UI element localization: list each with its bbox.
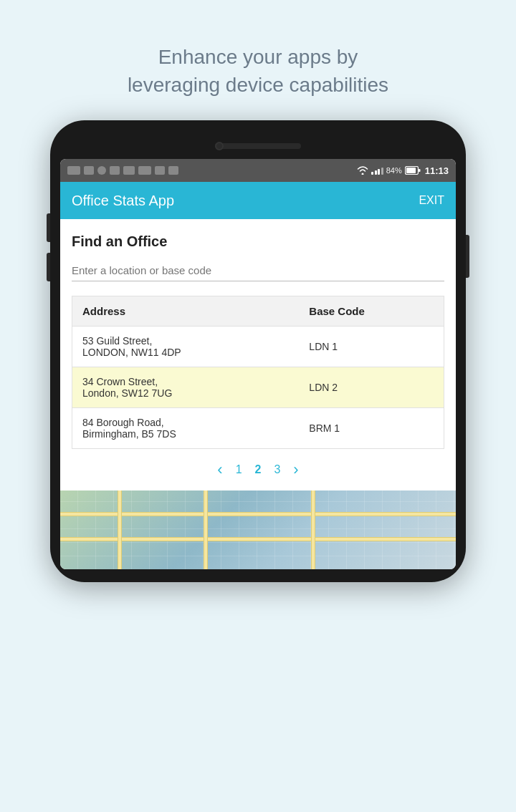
map-road-vertical-2 [204,490,208,569]
page-2-button[interactable]: 2 [255,463,262,476]
basecode-cell: LDN 1 [299,327,444,367]
exit-button[interactable]: EXIT [419,194,444,207]
speaker-grille [215,143,301,149]
basecode-cell: LDN 2 [299,367,444,408]
table-header-row: Address Base Code [72,296,444,327]
app-title: Office Stats App [72,193,174,209]
table-row[interactable]: 84 Borough Road, Birmingham, B5 7DSBRM 1 [72,408,444,449]
basecode-column-header: Base Code [299,296,444,327]
page-1-button[interactable]: 1 [236,463,242,476]
svg-rect-1 [406,168,416,173]
notification-icon-5 [123,166,135,175]
front-camera [215,142,224,150]
office-table: Address Base Code 53 Guild Street, LONDO… [72,296,444,449]
table-row[interactable]: 53 Guild Street, LONDON, NW11 4DPLDN 1 [72,327,444,367]
phone-top [60,133,456,159]
notification-icon-7 [155,166,165,175]
map-area [60,490,456,569]
wifi-icon [357,166,368,175]
notification-icon-3 [97,166,106,175]
battery-icon [405,166,421,175]
app-content: Find an Office Address Base Code 53 Guil… [60,219,456,490]
tagline-line1: Enhance your apps by [158,46,358,68]
address-cell: 84 Borough Road, Birmingham, B5 7DS [72,408,300,449]
svg-rect-2 [419,169,421,172]
map-road-vertical-3 [311,490,315,569]
address-cell: 53 Guild Street, LONDON, NW11 4DP [72,327,300,367]
basecode-cell: BRM 1 [299,408,444,449]
status-bar: 84% 11:13 [60,159,456,182]
battery-percent: 84% [386,166,402,175]
prev-page-button[interactable]: ‹ [217,460,222,479]
vol-down-button [47,253,50,281]
table-row[interactable]: 34 Crown Street, London, SW12 7UGLDN 2 [72,367,444,408]
notification-icon-6 [138,166,151,175]
page-3-button[interactable]: 3 [274,463,280,476]
tagline-line2: leveraging device capabilities [128,74,388,96]
phone-screen: 84% 11:13 Office Stats App EXIT Find an … [60,159,456,569]
notification-icon-2 [84,166,94,175]
status-time: 11:13 [425,165,449,176]
notification-icon-8 [168,166,178,175]
pagination: ‹ 1 2 3 › [72,449,444,490]
notification-icon-4 [110,166,120,175]
app-header: Office Stats App EXIT [60,182,456,219]
status-bar-right: 84% 11:13 [357,165,449,176]
address-column-header: Address [72,296,300,327]
notification-icon-1 [67,166,80,175]
signal-icon [371,166,383,175]
address-cell: 34 Crown Street, London, SW12 7UG [72,367,300,408]
map-road-vertical-1 [118,490,122,569]
next-page-button[interactable]: › [293,460,298,479]
power-button [466,235,469,278]
status-bar-left [67,166,178,175]
vol-up-button [47,213,50,242]
section-title: Find an Office [72,233,444,250]
search-input[interactable] [72,260,444,281]
phone-shell: 84% 11:13 Office Stats App EXIT Find an … [50,120,466,582]
tagline: Enhance your apps by leveraging device c… [85,43,431,99]
